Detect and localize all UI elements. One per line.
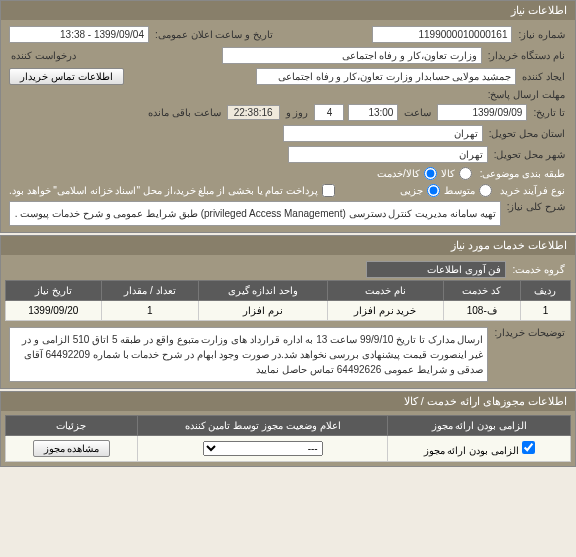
td-unit: نرم افزار [199,301,328,321]
th-date: تاریخ نیاز [6,281,102,301]
th-mandatory: الزامی بودن ارائه مجوز [388,416,571,436]
contact-buyer-button[interactable]: اطلاعات تماس خریدار [9,68,124,85]
th-details: جزئیات [6,416,138,436]
purchase-type-label: نوع فرآیند خرید [498,185,567,196]
radio-partial[interactable] [427,184,440,197]
th-status: اعلام وضعیت مجوز توسط تامین کننده [137,416,388,436]
table-row: الزامی بودن ارائه مجوز --- مشاهده مجوز [6,436,571,462]
timer-value: 22:38:16 [227,105,280,120]
time-label: ساعت [402,107,433,118]
time-field: 13:00 [348,104,398,121]
buyer-org-field: وزارت تعاون،کار و رفاه اجتماعی [222,47,482,64]
buyer-org-label: نام دستگاه خریدار: [486,50,567,61]
buyer-notes-label: توضیحات خریدار: [492,327,567,338]
service-group-field: فن آوری اطلاعات [366,261,506,278]
date-label: تا تاریخ: [531,107,567,118]
radio-goods-label: کالا [441,168,455,179]
th-qty: تعداد / مقدار [101,281,199,301]
td-mandatory: الزامی بودن ارائه مجوز [388,436,571,462]
need-number-field: 1199000010000161 [372,26,512,43]
radio-goods-service[interactable] [424,167,437,180]
radio-medium-label: متوسط [444,185,475,196]
th-row: ردیف [520,281,570,301]
province-field: تهران [283,125,483,142]
mandatory-checkbox[interactable] [522,441,535,454]
panel-header-info: اطلاعات نیاز [1,1,575,20]
general-desc-field: تهیه سامانه مدیریت کنترل دسترسی (privile… [9,201,501,226]
remaining-label: ساعت باقی مانده [146,107,223,118]
city-label: شهر محل تحویل: [492,149,567,160]
requester-label: درخواست کننده [9,50,78,61]
td-code: ف-108 [443,301,520,321]
days-field: 4 [314,104,344,121]
view-permit-button[interactable]: مشاهده مجوز [33,440,111,457]
table-row: 1 ف-108 خرید نرم افزار نرم افزار 1 1399/… [6,301,571,321]
permits-table: الزامی بودن ارائه مجوز اعلام وضعیت مجوز … [5,415,571,462]
general-desc-label: شرح کلی نیاز: [505,201,567,212]
mandatory-text: الزامی بودن ارائه مجوز [424,445,519,456]
radio-goods-service-label: کالا/خدمت [377,168,420,179]
th-unit: واحد اندازه گیری [199,281,328,301]
td-status: --- [137,436,388,462]
th-name: نام خدمت [327,281,443,301]
td-row: 1 [520,301,570,321]
announce-field: 1399/09/04 - 13:38 [9,26,149,43]
creator-field: جمشید مولایی حسابدار وزارت تعاون،کار و ر… [256,68,516,85]
status-select[interactable]: --- [203,441,323,456]
payment-note: پرداخت تمام یا بخشی از مبلغ خرید،از محل … [9,185,318,196]
creator-label: ایجاد کننده [520,71,567,82]
panel-header-services: اطلاعات خدمات مورد نیاز [1,236,575,255]
td-details: مشاهده مجوز [6,436,138,462]
need-number-label: شماره نیاز: [516,29,567,40]
days-label: روز و [284,107,311,118]
service-group-label: گروه خدمت: [510,264,567,275]
radio-goods[interactable] [459,167,472,180]
services-table: ردیف کد خدمت نام خدمت واحد اندازه گیری ت… [5,280,571,321]
date-field: 1399/09/09 [437,104,527,121]
city-field: تهران [288,146,488,163]
deadline-label: مهلت ارسال پاسخ: [486,89,567,100]
td-qty: 1 [101,301,199,321]
radio-partial-label: جزیی [400,185,423,196]
panel-header-permits: اطلاعات مجوزهای ارائه خدمت / کالا [1,392,575,411]
th-code: کد خدمت [443,281,520,301]
radio-medium[interactable] [479,184,492,197]
province-label: استان محل تحویل: [487,128,567,139]
treasury-checkbox[interactable] [322,184,335,197]
buyer-notes-field: ارسال مدارک تا تاریخ 99/9/10 ساعت 13 به … [9,327,488,382]
announce-label: تاریخ و ساعت اعلان عمومی: [153,29,275,40]
category-label: طبقه بندی موضوعی: [478,168,567,179]
td-date: 1399/09/20 [6,301,102,321]
td-name: خرید نرم افزار [327,301,443,321]
